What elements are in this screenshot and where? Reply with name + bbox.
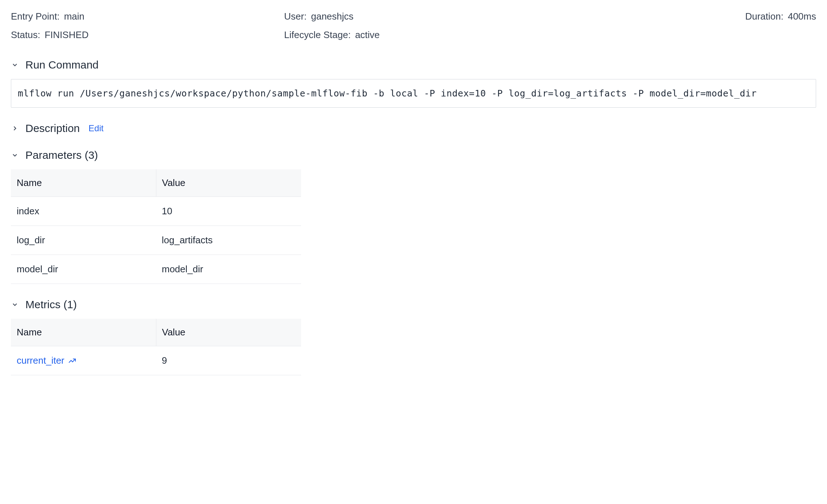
info-lifecycle: Lifecycle Stage active (284, 29, 543, 41)
duration-value: 400ms (788, 11, 816, 22)
chevron-down-icon (11, 301, 19, 309)
info-status: Status FINISHED (11, 29, 270, 41)
param-name: index (11, 197, 156, 226)
section-parameters: Parameters (3) Name Value index 10 log_d… (11, 149, 816, 284)
metrics-header[interactable]: Metrics (1) (11, 298, 816, 311)
param-value: model_dir (156, 255, 301, 284)
section-metrics: Metrics (1) Name Value current_iter 9 (11, 298, 816, 375)
status-value: FINISHED (45, 29, 89, 41)
lifecycle-value: active (355, 29, 380, 41)
table-row: index 10 (11, 197, 301, 226)
entry-point-value: main (64, 11, 84, 22)
table-row: model_dir model_dir (11, 255, 301, 284)
chevron-down-icon (11, 151, 19, 159)
run-command-text[interactable]: mlflow run /Users/ganeshjcs/workspace/py… (11, 79, 816, 108)
info-duration: Duration 400ms (557, 11, 816, 22)
param-name: log_dir (11, 226, 156, 255)
description-edit-link[interactable]: Edit (89, 123, 103, 133)
table-row: log_dir log_artifacts (11, 226, 301, 255)
metrics-header-row: Name Value (11, 319, 301, 346)
chevron-down-icon (11, 61, 19, 69)
run-command-title: Run Command (25, 59, 99, 71)
metric-value: 9 (156, 346, 301, 375)
section-description: Description Edit (11, 122, 816, 135)
col-value: Value (156, 319, 301, 346)
metrics-title: Metrics (1) (25, 298, 77, 311)
param-value: log_artifacts (156, 226, 301, 255)
col-name: Name (11, 319, 156, 346)
param-name: model_dir (11, 255, 156, 284)
entry-point-label: Entry Point (11, 11, 64, 22)
chart-icon (67, 356, 77, 365)
param-value: 10 (156, 197, 301, 226)
user-value: ganeshjcs (311, 11, 353, 22)
metric-name: current_iter (17, 355, 65, 366)
info-entry-point: Entry Point main (11, 11, 270, 22)
section-run-command: Run Command mlflow run /Users/ganeshjcs/… (11, 59, 816, 108)
user-label: User (284, 11, 311, 22)
lifecycle-label: Lifecycle Stage (284, 29, 355, 41)
description-title: Description (25, 122, 80, 135)
chevron-right-icon (11, 124, 19, 132)
run-info-grid: Entry Point main User ganeshjcs Duration… (11, 11, 816, 41)
col-value: Value (156, 169, 301, 197)
description-header[interactable]: Description Edit (11, 122, 816, 135)
metrics-table: Name Value current_iter 9 (11, 319, 301, 375)
info-user: User ganeshjcs (284, 11, 543, 22)
parameters-title: Parameters (3) (25, 149, 98, 161)
table-row: current_iter 9 (11, 346, 301, 375)
duration-label: Duration (745, 11, 788, 22)
metric-name-cell: current_iter (11, 346, 156, 375)
parameters-header-row: Name Value (11, 169, 301, 197)
metric-link[interactable]: current_iter (17, 355, 77, 366)
run-command-header[interactable]: Run Command (11, 59, 816, 71)
status-label: Status (11, 29, 45, 41)
parameters-header[interactable]: Parameters (3) (11, 149, 816, 161)
col-name: Name (11, 169, 156, 197)
parameters-table: Name Value index 10 log_dir log_artifact… (11, 169, 301, 284)
